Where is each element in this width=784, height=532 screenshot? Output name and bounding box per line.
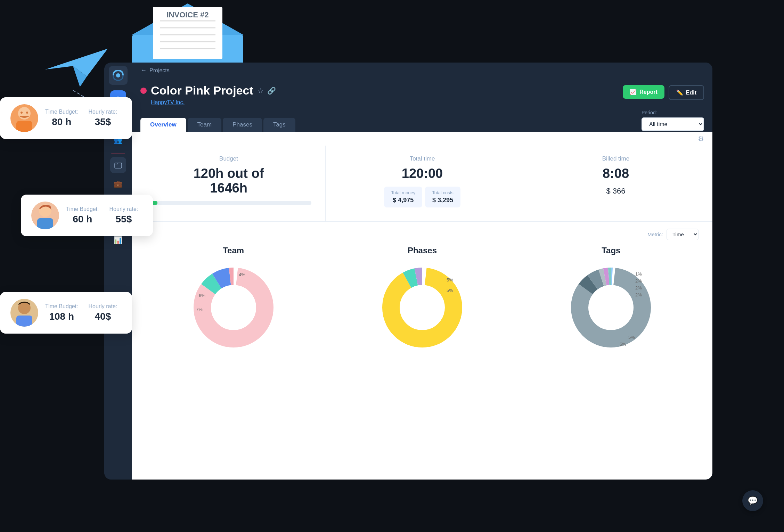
- floating-card-3: Time Budget: 108 h Hourly rate: 40$: [0, 292, 132, 334]
- company-link[interactable]: HappyTV Inc.: [151, 99, 276, 106]
- header-actions: 📈 Report ✏️ Edit: [623, 84, 704, 100]
- svg-text:5%: 5%: [447, 277, 453, 283]
- chat-icon: 💬: [748, 496, 758, 506]
- app-window: + 📅 👥 💼 ⚙️ 👤 📊 ← Projects: [104, 63, 712, 480]
- svg-text:2%: 2%: [635, 285, 642, 290]
- total-money-label: Total money: [391, 190, 415, 195]
- svg-text:1%: 1%: [635, 271, 642, 277]
- total-costs-value: $ 3,295: [432, 197, 453, 204]
- stat-billed-time: Billed time 8:08 $ 366: [519, 146, 712, 221]
- svg-text:7%: 7%: [196, 307, 203, 312]
- app-logo: [109, 66, 128, 85]
- card-1-info: Time Budget: 80 h Hourly rate: 35$: [45, 109, 117, 128]
- tabs-group: Overview Team Phases Tags: [140, 118, 295, 132]
- card-1-hourly-rate: Hourly rate: 35$: [89, 109, 117, 128]
- dashboard-content: ⚙ Budget 120h out of 1646h 7%: [132, 132, 712, 480]
- charts-row: Team: [146, 246, 699, 353]
- settings-icon[interactable]: ⚙: [698, 134, 704, 143]
- budget-value-line1: 120h out of: [194, 166, 264, 181]
- project-status-dot: [140, 88, 147, 94]
- report-icon: 📈: [630, 89, 637, 95]
- settings-icon-row: ⚙: [132, 132, 712, 146]
- avatar-2: [31, 202, 59, 229]
- card-2-time-budget-value: 60 h: [73, 214, 92, 225]
- metric-label: Metric:: [647, 231, 663, 237]
- link-icon[interactable]: 🔗: [267, 87, 276, 95]
- tab-overview[interactable]: Overview: [140, 118, 186, 132]
- back-arrow-icon: ←: [140, 67, 147, 74]
- svg-point-26: [213, 287, 254, 328]
- svg-point-33: [401, 287, 443, 328]
- project-title: Color Pink Project: [151, 84, 253, 97]
- svg-point-15: [26, 112, 28, 114]
- chart-tags: Tags: [524, 246, 699, 353]
- billed-time-amount: $ 366: [533, 187, 699, 196]
- back-button[interactable]: ← Projects: [140, 67, 170, 74]
- chat-bubble-button[interactable]: 💬: [742, 490, 763, 511]
- billed-time-value: 8:08: [533, 166, 699, 181]
- tab-tags[interactable]: Tags: [263, 118, 295, 132]
- total-money-box: Total money $ 4,975: [384, 187, 422, 207]
- back-label: Projects: [149, 67, 170, 74]
- svg-point-20: [116, 73, 120, 77]
- card-1-time-budget: Time Budget: 80 h: [45, 109, 78, 128]
- svg-text:2%: 2%: [635, 292, 642, 297]
- card-3-time-budget-label: Time Budget:: [45, 303, 78, 310]
- svg-text:4%: 4%: [239, 272, 245, 277]
- card-1-time-budget-label: Time Budget:: [45, 109, 78, 115]
- tab-phases[interactable]: Phases: [223, 118, 262, 132]
- card-3-info: Time Budget: 108 h Hourly rate: 40$: [45, 303, 117, 322]
- card-2-hourly-rate-label: Hourly rate:: [109, 206, 138, 212]
- svg-rect-19: [16, 316, 32, 327]
- edit-button[interactable]: ✏️ Edit: [669, 85, 704, 100]
- tabs-period-row: Overview Team Phases Tags Period: All ti…: [132, 106, 712, 132]
- sidebar-item-briefcase[interactable]: 💼: [110, 176, 126, 192]
- header-bar: ← Projects: [132, 63, 712, 78]
- sidebar-item-folder[interactable]: [110, 157, 126, 173]
- svg-rect-17: [37, 218, 53, 229]
- project-icons: ☆ 🔗: [258, 87, 276, 95]
- project-title-row: Color Pink Project ☆ 🔗: [140, 84, 276, 97]
- card-1-time-budget-value: 80 h: [52, 116, 71, 128]
- billed-time-label: Billed time: [533, 155, 699, 162]
- report-button[interactable]: 📈 Report: [623, 85, 664, 99]
- stat-sub-row: Total money $ 4,975 Total costs $ 3,295: [340, 187, 505, 207]
- edit-label: Edit: [686, 90, 696, 96]
- svg-point-43: [590, 287, 632, 328]
- chart-phases: Phases: [335, 246, 509, 353]
- tab-team[interactable]: Team: [188, 118, 222, 132]
- total-costs-label: Total costs: [432, 190, 453, 195]
- chart-phases-title: Phases: [408, 246, 437, 255]
- card-1-hourly-rate-label: Hourly rate:: [89, 109, 117, 115]
- chart-team-title: Team: [223, 246, 244, 255]
- card-3-hourly-rate-value: 40$: [95, 311, 111, 322]
- chart-phases-donut: 5% 5%: [377, 262, 467, 353]
- chart-tags-title: Tags: [602, 246, 620, 255]
- svg-text:6%: 6%: [199, 293, 205, 298]
- period-select[interactable]: All time This month Last month: [642, 117, 704, 131]
- progress-bar-container: [146, 201, 311, 205]
- svg-rect-13: [16, 121, 32, 132]
- stat-total-time: Total time 120:00 Total money $ 4,975 To…: [326, 146, 519, 221]
- svg-point-14: [21, 112, 23, 114]
- card-2-info: Time Budget: 60 h Hourly rate: 55$: [66, 206, 138, 225]
- avatar-1: [10, 104, 38, 132]
- project-title-section: Color Pink Project ☆ 🔗 HappyTV Inc.: [140, 84, 276, 106]
- card-3-hourly-rate-label: Hourly rate:: [89, 303, 117, 310]
- total-time-value: 120:00: [340, 166, 505, 181]
- chart-team-donut: 4% 6% 7%: [188, 262, 279, 353]
- total-costs-box: Total costs $ 3,295: [425, 187, 460, 207]
- card-3-time-budget: Time Budget: 108 h: [45, 303, 78, 322]
- budget-value: 120h out of 1646h: [146, 166, 311, 196]
- metric-select[interactable]: Time Money: [667, 229, 699, 240]
- sidebar-divider: [111, 154, 125, 154]
- avatar-3: [10, 299, 38, 327]
- metric-row: Metric: Time Money: [146, 229, 699, 240]
- main-content: ← Projects Color Pink Project ☆ 🔗 HappyT…: [132, 63, 712, 480]
- card-3-time-budget-value: 108 h: [49, 311, 74, 322]
- report-label: Report: [639, 89, 658, 95]
- star-icon[interactable]: ☆: [258, 87, 264, 95]
- total-money-value: $ 4,975: [391, 197, 415, 204]
- svg-text:5%: 5%: [447, 288, 453, 293]
- period-wrapper: Period: All time This month Last month: [642, 110, 704, 132]
